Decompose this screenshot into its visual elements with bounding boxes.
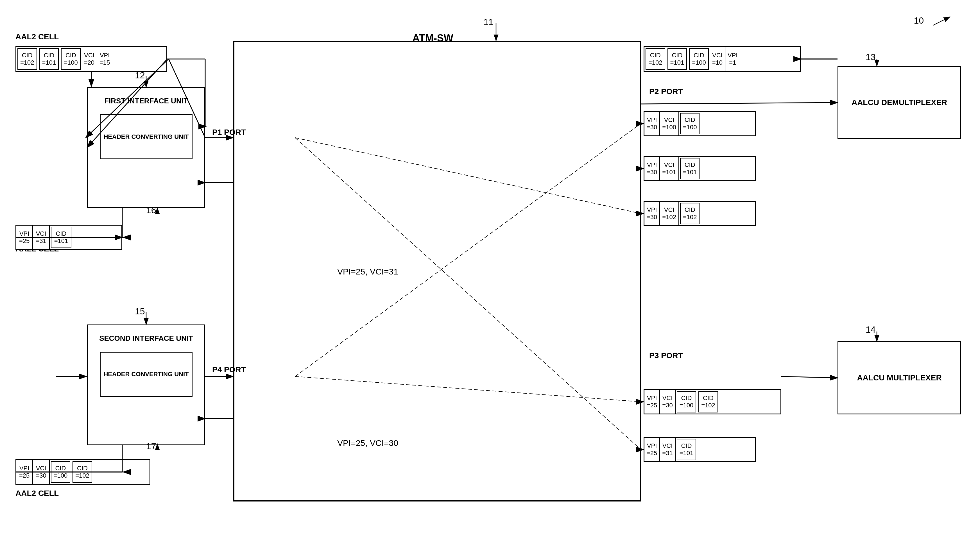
ref-17: 17 (146, 441, 156, 452)
first-interface-unit-box: FIRST INTERFACE UNIT HEADER CONVERTING U… (87, 87, 205, 208)
p1-port-label: P1 PORT (212, 128, 246, 137)
ref-13: 13 (865, 52, 876, 62)
vci20-segment: VCI=20 (82, 47, 97, 71)
cid102-bot: CID=102 (73, 461, 92, 483)
second-interface-unit-label: SECOND INTERFACE UNIT (96, 331, 196, 346)
vpi25-ret: VPI=25 (16, 226, 33, 249)
bottom-left-cell: VPI=25 VCI=30 CID=100 CID=102 (16, 460, 150, 485)
top-input-cell: CID=102 CID=101 CID=100 VCI=20 VPI=15 (16, 46, 167, 72)
ref-11: 11 (484, 17, 493, 27)
p2-cell-3: VPI=30 VCI=102 CID=102 (644, 201, 756, 226)
p3c1-cid102: CID=102 (698, 391, 718, 412)
ref-12: 12 (135, 70, 145, 81)
r-vci10: VCI=10 (710, 47, 725, 71)
second-interface-unit-box: SECOND INTERFACE UNIT HEADER CONVERTING … (87, 324, 205, 445)
cid101-segment: CID=101 (39, 48, 59, 70)
p3c1-vci: VCI=30 (660, 390, 675, 413)
atm-sw-box (233, 41, 641, 501)
r-cid102: CID=102 (646, 48, 665, 70)
p3-port-label: P3 PORT (649, 351, 683, 360)
r-cid101: CID=101 (668, 48, 687, 70)
p2c3-vci: VCI=102 (660, 202, 679, 225)
aalcu-multiplexer-box: AALCU MULTIPLEXER (837, 341, 961, 414)
svg-line-36 (933, 17, 950, 25)
p3c2-vci: VCI=31 (660, 438, 675, 461)
p2c1-vpi: VPI=30 (644, 112, 660, 135)
svg-line-12 (641, 103, 837, 104)
p3-cell-1: VPI=25 VCI=30 CID=100 CID=102 (644, 389, 781, 414)
p3c1-vpi: VPI=25 (644, 390, 660, 413)
p3c2-vpi: VPI=25 (644, 438, 660, 461)
vpi25-bot: VPI=25 (16, 460, 33, 484)
r-cid100: CID=100 (689, 48, 709, 70)
p4-port-label: P4 PORT (212, 365, 246, 374)
first-interface-unit-label: FIRST INTERFACE UNIT (102, 94, 191, 109)
right-top-output-cell: CID=102 CID=101 CID=100 VCI=10 VPI=1 (644, 46, 801, 72)
cid100-bot: CID=100 (51, 461, 70, 483)
p3-cell-2: VPI=25 VCI=31 CID=101 (644, 437, 756, 462)
ref-16: 16 (146, 205, 156, 215)
ref-14: 14 (865, 324, 876, 335)
ref-10: 10 (914, 16, 924, 26)
aalcu-demultiplexer-box: AALCU DEMULTIPLEXER (837, 66, 961, 139)
cid100-segment: CID=100 (61, 48, 81, 70)
header-converting-unit-1-box: HEADER CONVERTING UNIT (100, 114, 192, 159)
header-converting-unit-2-label: HEADER CONVERTING UNIT (103, 370, 189, 378)
vpi25-vci31-label: VPI=25, VCI=31 (337, 267, 398, 277)
p2-port-label: P2 PORT (649, 87, 683, 96)
cid101-ret: CID=101 (51, 227, 72, 248)
vci31-ret: VCI=31 (33, 226, 49, 249)
p2c2-vci: VCI=101 (660, 157, 679, 180)
vpi25-vci30-label: VPI=25, VCI=30 (337, 438, 398, 448)
aalcu-demultiplexer-label: AALCU DEMULTIPLEXER (851, 97, 947, 108)
p3c2-cid: CID=101 (677, 439, 697, 460)
p2c1-vci: VCI=100 (660, 112, 679, 135)
aalcu-multiplexer-label: AALCU MULTIPLEXER (857, 373, 942, 383)
vpi15-segment: VPI=15 (97, 47, 112, 71)
ref-15: 15 (135, 306, 145, 316)
vci30-bot: VCI=30 (33, 460, 49, 484)
p3c1-cid100: CID=100 (677, 391, 697, 412)
aal2-cell-top-label: AAL2 CELL (16, 32, 59, 41)
p2c2-cid: CID=101 (680, 158, 700, 179)
p2-cell-1: VPI=30 VCI=100 CID=100 (644, 111, 756, 136)
cid102-segment: CID=102 (18, 48, 37, 70)
left-return-cell: VPI=25 VCI=31 CID=101 (16, 225, 122, 250)
header-converting-unit-2-box: HEADER CONVERTING UNIT (100, 352, 192, 397)
r-vpi1: VPI=1 (725, 47, 740, 71)
p2c1-cid: CID=100 (680, 113, 700, 134)
svg-line-29 (781, 377, 837, 378)
p2c3-vpi: VPI=30 (644, 202, 660, 225)
p2-cell-2: VPI=30 VCI=101 CID=101 (644, 156, 756, 181)
aal2-cell-bottom-label: AAL2 CELL (16, 489, 59, 498)
p2c3-cid: CID=102 (680, 203, 700, 224)
header-converting-unit-1-label: HEADER CONVERTING UNIT (103, 133, 189, 141)
p2c2-vpi: VPI=30 (644, 157, 660, 180)
